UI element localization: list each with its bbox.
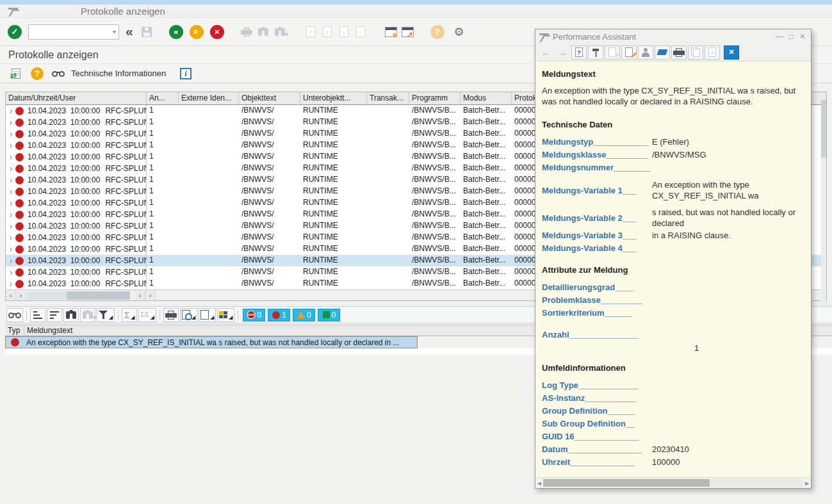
expand-chevron-icon[interactable]: › — [10, 106, 12, 117]
next-page-button[interactable]: ↓ — [336, 24, 352, 40]
success-count-button[interactable]: 0 — [318, 309, 340, 321]
scrollbar-thumb[interactable]: ⋯ — [67, 291, 130, 300]
personal-notes-button[interactable] — [638, 45, 653, 60]
scroll-left-button[interactable]: ‹ — [6, 291, 16, 300]
field-link[interactable]: Uhrzeit______________ — [542, 457, 652, 467]
expand-chevron-icon[interactable]: › — [10, 256, 12, 266]
expand-chevron-icon[interactable]: › — [10, 209, 12, 220]
field-link[interactable]: Meldungs-Variable 4___ — [542, 243, 652, 253]
pane-scroll-right-button[interactable]: › — [145, 291, 156, 300]
combo-dropdown-icon[interactable]: ▾ — [113, 28, 116, 35]
views-button[interactable]: ◢ — [180, 308, 197, 322]
field-link[interactable]: Group Definition______ — [542, 406, 652, 416]
back-button[interactable]: « — [169, 25, 183, 39]
filter-button[interactable]: ◢ — [97, 308, 115, 322]
help-forward-button[interactable]: → — [555, 45, 570, 60]
customize-layout-button[interactable]: ⚙ — [451, 24, 468, 40]
display-change-button[interactable] — [621, 45, 637, 60]
expand-chevron-icon[interactable]: › — [10, 279, 12, 289]
glossary-button[interactable]: ? — [571, 45, 587, 60]
print-help-button[interactable] — [671, 45, 687, 60]
field-link[interactable]: GUID 16______________ — [542, 432, 652, 441]
last-page-button[interactable]: ↓ — [352, 24, 369, 40]
assistant-scrollbar-thumb[interactable] — [543, 479, 710, 487]
cancel-button[interactable]: × — [210, 25, 224, 39]
column-header[interactable]: Programm — [409, 92, 461, 104]
column-header[interactable]: Datum/Uhrzeit/User — [6, 92, 147, 104]
column-header[interactable]: Objekttext — [239, 92, 300, 104]
app-help-button[interactable]: ? — [31, 67, 44, 80]
field-link[interactable]: AS-Instanz___________ — [542, 393, 652, 403]
field-link[interactable]: Meldungs-Variable 3___ — [542, 231, 652, 240]
expand-chevron-icon[interactable]: › — [10, 186, 12, 197]
technical-info-label[interactable]: Technische Informationen — [71, 69, 166, 78]
find-button[interactable] — [255, 24, 272, 40]
sort-descending-button[interactable] — [47, 308, 62, 322]
filter-dropdown-icon[interactable]: ◢ — [109, 314, 113, 321]
edit-button[interactable] — [605, 45, 620, 60]
find-next-messages-button[interactable]: + — [80, 308, 95, 322]
sum-button[interactable]: Σ◢ — [122, 308, 137, 322]
assistant-scroll-left-icon[interactable]: ◄ — [535, 480, 543, 487]
expand-chevron-icon[interactable]: › — [10, 175, 12, 186]
column-header[interactable]: Transak... — [367, 92, 409, 104]
expand-chevron-icon[interactable]: › — [10, 129, 12, 140]
field-link[interactable]: Meldungsnummer________ — [542, 163, 652, 172]
copy-button[interactable] — [688, 45, 703, 60]
information-button[interactable]: i — [180, 68, 192, 79]
save-button[interactable] — [138, 24, 155, 40]
field-link[interactable]: Meldungsklasse_________ — [542, 150, 652, 159]
bookmark-button[interactable] — [655, 45, 670, 60]
assistant-scrollbar-track[interactable] — [543, 479, 803, 487]
error-count-button[interactable]: 1 — [268, 309, 290, 321]
choose-layout-button[interactable]: ◢ — [217, 308, 234, 322]
views-dropdown-icon[interactable]: ◢ — [192, 314, 195, 321]
expand-chevron-icon[interactable]: › — [10, 221, 12, 232]
command-field[interactable]: ▾ — [28, 24, 119, 40]
technical-info-button[interactable] — [50, 65, 67, 82]
expand-chevron-icon[interactable]: › — [10, 152, 12, 163]
previous-page-button[interactable]: ↑ — [319, 24, 336, 40]
new-session-button[interactable]: ★ — [383, 24, 400, 40]
field-link[interactable]: Sortierkriterium______ — [542, 308, 652, 318]
field-link[interactable]: Meldungs-Variable 1___ — [542, 186, 652, 195]
field-link[interactable]: Problemklasse_________ — [542, 295, 652, 305]
column-header[interactable]: Unterobjektt... — [300, 92, 367, 104]
field-link[interactable]: Datum________________ — [542, 444, 652, 454]
expand-chevron-icon[interactable]: › — [10, 267, 12, 278]
document-list-button[interactable]: ≡ — [705, 45, 720, 60]
print-button[interactable] — [238, 24, 255, 40]
warning-count-button[interactable]: 0 — [293, 309, 315, 321]
first-page-button[interactable]: ↑ — [302, 24, 319, 40]
column-header[interactable]: An... — [147, 92, 179, 104]
scroll-right-button[interactable]: › — [16, 291, 26, 300]
enter-button[interactable]: ✓ — [8, 25, 22, 39]
find-messages-button[interactable] — [63, 308, 79, 322]
expand-chevron-icon[interactable]: › — [10, 140, 12, 151]
find-next-button[interactable]: + — [272, 24, 288, 40]
log-table-vscrollbar[interactable] — [821, 100, 826, 308]
exit-button[interactable]: « — [190, 25, 204, 39]
vscrollbar-thumb[interactable] — [821, 100, 826, 158]
export-button[interactable]: ◢ — [199, 308, 216, 322]
abort-count-button[interactable]: STOP 0 — [243, 309, 265, 321]
pane-scroll-left-button[interactable]: ‹ — [135, 291, 145, 300]
anzahl-link[interactable]: Anzahl_______________ — [542, 330, 639, 339]
print-messages-button[interactable] — [163, 308, 179, 322]
expand-chevron-icon[interactable]: › — [10, 244, 12, 255]
expand-chevron-icon[interactable]: › — [10, 117, 12, 128]
settings-button[interactable] — [588, 45, 603, 60]
sort-ascending-button[interactable] — [30, 308, 45, 322]
field-link[interactable]: Detaillierungsgrad____ — [542, 282, 652, 292]
field-link[interactable]: Meldungstyp____________ — [542, 137, 652, 147]
maximize-button[interactable]: □ — [789, 32, 794, 41]
assistant-scroll-right-icon[interactable]: ► — [803, 480, 811, 487]
field-link[interactable]: Sub Group Definition__ — [542, 419, 652, 428]
close-help-button[interactable]: ✕ — [724, 45, 739, 60]
layout-dropdown-icon[interactable]: ◢ — [229, 314, 232, 321]
create-shortcut-button[interactable]: ↗ — [400, 24, 416, 40]
details-button[interactable] — [6, 308, 23, 322]
subtotal-dropdown-icon[interactable]: ◢ — [151, 314, 154, 321]
expand-chevron-icon[interactable]: › — [10, 163, 12, 174]
field-link[interactable]: Log Type_____________ — [542, 380, 652, 390]
